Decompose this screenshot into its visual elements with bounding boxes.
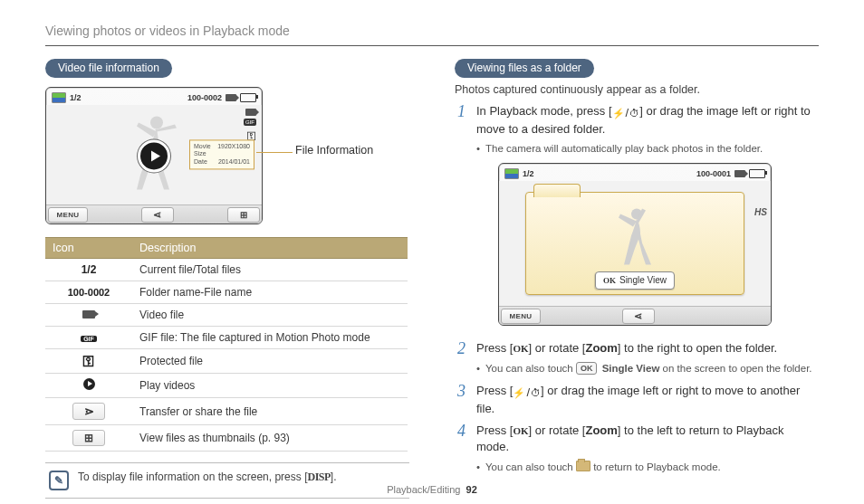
right-column: Viewing files as a folder Photos capture… — [455, 59, 819, 499]
desc: View files as thumbnails (p. 93) — [132, 425, 408, 452]
flash-timer-icon: / — [612, 105, 640, 121]
disp-label: DISP — [307, 471, 330, 483]
lcd-screenshot-video: 1/2 100-0002 GIF — [45, 87, 263, 224]
lcd-screenshot-folder: 1/2 100-0001 HS — [498, 163, 772, 326]
desc: Protected file — [132, 349, 408, 374]
share-button[interactable]: ⋖ — [141, 207, 174, 223]
zoom-label: Zoom — [585, 341, 617, 355]
photo-thumb-icon — [52, 92, 66, 103]
folder-file-label: 100-0001 — [696, 168, 731, 180]
note-text: To display file information on the scree… — [78, 471, 336, 484]
desc: Play videos — [132, 374, 408, 398]
photo-thumb-icon — [504, 168, 519, 179]
desc: GIF file: The file captured in Motion Ph… — [132, 327, 408, 349]
thumbnails-button[interactable] — [227, 207, 260, 223]
left-column: Video file information 1/2 100-0002 — [45, 59, 409, 499]
icon-key — [45, 349, 132, 374]
lcd-wrap: 1/2 100-0002 GIF — [45, 87, 408, 224]
callout-line — [256, 152, 293, 154]
table-row: 100-0002Folder name-File name — [45, 281, 408, 304]
battery-icon — [240, 93, 256, 102]
step-number: 3 — [455, 383, 466, 417]
icon-share — [45, 398, 132, 425]
file-counter: 1/2 — [70, 93, 82, 102]
folder-figure-icon — [608, 203, 662, 272]
battery-icon — [749, 169, 765, 178]
lcd-canvas: GIF — [46, 105, 262, 204]
lcd-topbar: 1/2 100-0001 — [499, 164, 771, 181]
section-pill-folder-view: Viewing files as a folder — [455, 59, 594, 78]
table-header-row: Icon Description — [45, 238, 408, 259]
breadcrumb: Viewing photos or videos in Playback mod… — [45, 24, 819, 38]
table-row: 1/2Current file/Total files — [45, 259, 408, 281]
ok-single-view-button: OK Single View — [595, 271, 675, 290]
footer-section: Playback/Editing — [387, 484, 460, 495]
separator — [45, 45, 819, 46]
lcd-topbar: 1/2 100-0002 — [46, 88, 262, 105]
table-row: View files as thumbnails (p. 93) — [45, 425, 408, 452]
video-icon — [226, 94, 236, 101]
page-footer: Playback/Editing 92 — [0, 484, 864, 495]
desc: Current file/Total files — [132, 259, 408, 281]
icon-counter: 1/2 — [45, 259, 132, 281]
step-4: 4 Press [OK] or rotate [Zoom] to the lef… — [455, 423, 819, 475]
table-row: Video file — [45, 304, 408, 327]
sub-bullet: The camera will automatically play back … — [476, 141, 819, 156]
callout-label: File Information — [295, 144, 373, 157]
table-row: Protected file — [45, 349, 408, 374]
section-pill-video-info: Video file information — [45, 59, 172, 78]
hs-label: HS — [754, 206, 767, 219]
icon-play — [45, 374, 132, 398]
table-row: GIFGIF file: The file captured in Motion… — [45, 327, 408, 349]
lcd-wrap-folder: 1/2 100-0001 HS — [498, 163, 806, 326]
step-number: 1 — [455, 103, 466, 335]
info-label-moviesize: Movie Size — [194, 143, 217, 158]
single-view-label: Single View — [619, 274, 667, 287]
zoom-label: Zoom — [585, 423, 617, 437]
svg-point-0 — [150, 117, 163, 129]
folder-icon — [576, 461, 590, 471]
lcd-bottombar: MENU ⋖ — [46, 204, 262, 223]
step-1: 1 In Playback mode, press [/] or drag th… — [455, 103, 819, 335]
icon-thumbs — [45, 425, 132, 452]
info-val-moviesize: 1920X1080 — [217, 143, 250, 158]
desc: Folder name-File name — [132, 281, 408, 304]
ok-label: OK — [603, 275, 616, 287]
table-row: Transfer or share the file — [45, 398, 408, 425]
flash-timer-icon: / — [513, 385, 541, 401]
steps-list: 1 In Playback mode, press [/] or drag th… — [455, 103, 819, 476]
video-icon — [734, 170, 745, 177]
info-label-date: Date — [194, 158, 207, 166]
info-val-date: 2014/01/01 — [218, 158, 250, 166]
ok-label: OK — [513, 343, 528, 354]
icon-video — [45, 304, 132, 327]
lcd-canvas: HS — [499, 181, 771, 306]
file-info-box: Movie Size1920X1080 Date2014/01/01 — [189, 139, 254, 169]
file-counter: 1/2 — [523, 168, 534, 180]
ok-label: OK — [513, 425, 528, 436]
step-number: 4 — [455, 423, 466, 475]
table-row: Play videos — [45, 374, 408, 398]
sub-bullet: You can also touch OK Single View on the… — [476, 361, 819, 376]
page: Viewing photos or videos in Playback mod… — [0, 0, 864, 504]
section-subtitle: Photos captured continuously appear as a… — [455, 83, 819, 96]
icon-folderfile: 100-0002 — [45, 281, 132, 304]
footer-page: 92 — [466, 484, 477, 495]
th-icon: Icon — [45, 238, 132, 259]
menu-button[interactable]: MENU — [48, 207, 88, 223]
videocam-icon — [245, 109, 256, 116]
icon-description-table: Icon Description 1/2Current file/Total f… — [45, 237, 408, 452]
desc: Transfer or share the file — [132, 398, 408, 425]
step-2: 2 Press [OK] or rotate [Zoom] to the rig… — [455, 340, 819, 376]
desc: Video file — [132, 304, 408, 327]
th-description: Description — [132, 238, 408, 259]
step-number: 2 — [455, 340, 466, 376]
menu-button[interactable]: MENU — [501, 309, 541, 324]
columns: Video file information 1/2 100-0002 — [45, 59, 819, 499]
sub-bullet: You can also touch to return to Playback… — [476, 460, 819, 474]
share-button[interactable]: ⋖ — [622, 309, 655, 324]
lcd-bottombar: MENU ⋖ — [499, 306, 771, 325]
gif-icon: GIF — [244, 119, 256, 126]
folder-file-label: 100-0002 — [187, 93, 222, 102]
step-3: 3 Press [/] or drag the image left or ri… — [455, 383, 819, 417]
